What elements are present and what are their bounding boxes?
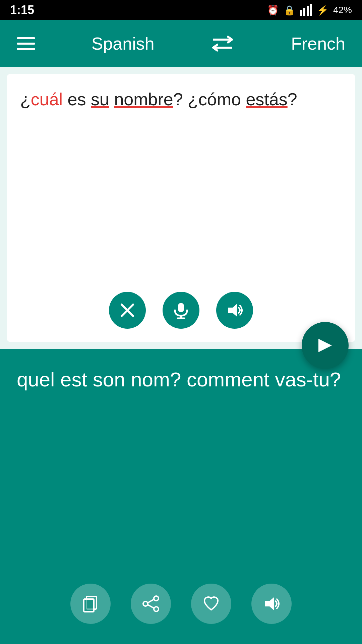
translate-send-button[interactable] [302,322,349,369]
svg-marker-19 [265,597,274,610]
svg-point-14 [154,596,159,601]
menu-button[interactable] [17,37,35,50]
svg-rect-6 [178,303,184,312]
top-bar: Spanish French [0,20,362,67]
word-su: su [91,90,109,109]
svg-marker-9 [228,304,237,317]
word-nombre: nombre [114,90,173,109]
status-icons: ⏰ 🔒 ⚡ 42% [267,4,352,16]
status-bar: 1:15 ⏰ 🔒 ⚡ 42% [0,0,362,20]
svg-rect-1 [303,8,305,16]
source-language[interactable]: Spanish [92,34,155,54]
share-button[interactable] [131,584,171,624]
battery-level: 42% [333,5,352,15]
word-cual: cuál [31,90,63,109]
svg-rect-12 [84,599,94,612]
swap-languages-button[interactable] [210,35,235,52]
target-language[interactable]: French [291,34,345,54]
svg-point-15 [143,601,148,606]
svg-rect-3 [310,4,312,16]
word-estas: estás [246,90,287,109]
svg-point-16 [154,607,159,611]
copy-button[interactable] [70,584,111,624]
charging-icon: ⚡ [317,5,328,16]
input-speaker-button[interactable] [216,292,253,329]
input-card: ¿cuál es su nombre? ¿cómo estás? [7,74,355,342]
svg-line-18 [148,605,154,608]
svg-rect-2 [307,6,309,16]
svg-marker-10 [318,339,332,352]
input-controls [20,292,342,332]
signal-icon [300,4,312,16]
output-speaker-button[interactable] [251,584,292,624]
translated-text: quel est son nom? comment vas-tu? [17,366,345,584]
output-section: quel est son nom? comment vas-tu? [0,349,362,644]
status-time: 1:15 [10,3,34,17]
source-text[interactable]: ¿cuál es su nombre? ¿cómo estás? [20,87,342,282]
svg-rect-0 [300,10,302,16]
alarm-icon: ⏰ [267,5,279,16]
input-section: ¿cuál es su nombre? ¿cómo estás? [0,67,362,349]
svg-line-17 [148,599,154,603]
clear-button[interactable] [109,292,146,329]
microphone-button[interactable] [163,292,199,329]
output-controls [17,584,345,644]
favorite-button[interactable] [191,584,231,624]
sim-icon: 🔒 [284,5,295,16]
